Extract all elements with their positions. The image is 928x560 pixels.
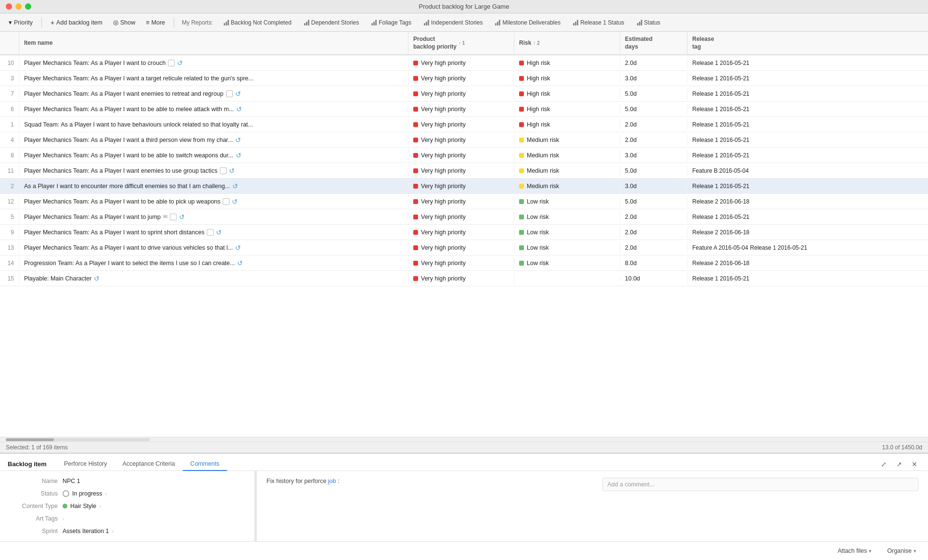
priority-cell: Very high priority xyxy=(408,257,514,269)
table-row[interactable]: 9Player Mechanics Team: As a Player I wa… xyxy=(0,225,928,240)
th-priority-label: Productbacklog priority xyxy=(413,36,457,51)
release-tag: Release 1 2016-05-21 xyxy=(692,106,750,113)
table-row[interactable]: 12Player Mechanics Team: As a Player I w… xyxy=(0,194,928,209)
checkbox-icon[interactable] xyxy=(226,90,233,97)
table-row[interactable]: 4Player Mechanics Team: As a Player I wa… xyxy=(0,132,928,148)
table-row[interactable]: 13Player Mechanics Team: As a Player I w… xyxy=(0,240,928,255)
table-row[interactable]: 10Player Mechanics Team: As a Player I w… xyxy=(0,55,928,71)
attach-files-button[interactable]: Attach files ▾ xyxy=(834,546,876,556)
more-button[interactable]: ≡ More xyxy=(142,18,169,27)
th-item-name[interactable]: Item name xyxy=(19,32,408,54)
item-name-cell[interactable]: Player Mechanics Team: As a Player I wan… xyxy=(19,73,408,84)
item-name-cell[interactable]: As a Player I want to encounter more dif… xyxy=(19,180,408,192)
item-name-cell[interactable]: Player Mechanics Team: As a Player I wan… xyxy=(19,195,408,208)
cycle-icon[interactable]: ↺ xyxy=(94,275,100,282)
organise-button[interactable]: Organise ▾ xyxy=(883,546,920,556)
risk-dot-icon xyxy=(519,76,524,81)
expand-panel-button[interactable]: ⤢ xyxy=(878,458,890,470)
checkbox-icon[interactable] xyxy=(207,229,214,236)
table-row[interactable]: 6Player Mechanics Team: As a Player I wa… xyxy=(0,102,928,117)
item-name-cell[interactable]: Player Mechanics Team: As a Player I wan… xyxy=(19,165,408,177)
estimated-days-cell: 5.0d xyxy=(620,103,687,115)
cycle-icon[interactable]: ↺ xyxy=(237,259,243,267)
estimated-days-cell: 8.0d xyxy=(620,257,687,269)
add-backlog-button[interactable]: + Add backlog item xyxy=(47,17,106,28)
cycle-icon[interactable]: ↺ xyxy=(236,105,242,113)
table-row[interactable]: 3Player Mechanics Team: As a Player I wa… xyxy=(0,71,928,86)
add-comment-field[interactable]: Add a comment... xyxy=(602,478,919,491)
priority-dropdown[interactable]: ▾ Priority xyxy=(5,17,37,27)
close-panel-button[interactable]: ✕ xyxy=(909,458,920,470)
risk-cell: Medium risk xyxy=(514,134,620,146)
scrollbar-thumb[interactable] xyxy=(6,438,54,441)
report-milestone-deliverables[interactable]: Milestone Deliverables xyxy=(490,18,565,27)
item-name-cell[interactable]: Squad Team: As a Player I want to have b… xyxy=(19,119,408,130)
tab-comments[interactable]: Comments xyxy=(183,458,227,471)
history-job-link[interactable]: job xyxy=(328,478,336,484)
report-foliage-tags[interactable]: Foliage Tags xyxy=(367,18,416,27)
horizontal-scrollbar[interactable] xyxy=(0,437,928,442)
item-name-cell[interactable]: Progression Team: As a Player I want to … xyxy=(19,257,408,269)
cycle-icon[interactable]: ↺ xyxy=(179,213,185,221)
show-button[interactable]: ◎ Show xyxy=(109,17,139,27)
table-row[interactable]: 11Player Mechanics Team: As a Player I w… xyxy=(0,163,928,178)
cycle-icon[interactable]: ↺ xyxy=(177,59,183,67)
priority-value: Very high priority xyxy=(421,214,466,220)
cycle-icon[interactable]: ↺ xyxy=(236,152,242,159)
detail-art-tags-value[interactable]: › xyxy=(63,516,64,522)
cycle-icon[interactable]: ↺ xyxy=(229,167,235,175)
detail-sprint-value[interactable]: Assets Iteration 1 › xyxy=(63,528,114,535)
table-row[interactable]: 1Squad Team: As a Player I want to have … xyxy=(0,117,928,132)
report-independent-stories[interactable]: Independent Stories xyxy=(419,18,487,27)
report-dependent-stories[interactable]: Dependent Stories xyxy=(299,18,364,27)
detail-content-type-value[interactable]: Hair Style › xyxy=(63,503,101,509)
report-backlog-not-completed[interactable]: Backlog Not Completed xyxy=(219,18,296,27)
detail-status-value[interactable]: In progress › xyxy=(63,490,107,497)
cycle-icon[interactable]: ↺ xyxy=(216,229,222,236)
row-number: 13 xyxy=(0,242,19,254)
table-row[interactable]: 2As a Player I want to encounter more di… xyxy=(0,178,928,194)
item-name-cell[interactable]: Player Mechanics Team: As a Player I wan… xyxy=(19,226,408,239)
item-name-cell[interactable]: Player Mechanics Team: As a Player I wan… xyxy=(19,242,408,254)
report-status[interactable]: Status xyxy=(632,18,665,27)
item-name-cell[interactable]: Player Mechanics Team: As a Player I wan… xyxy=(19,149,408,162)
tab-perforce-history[interactable]: Perforce History xyxy=(56,458,115,471)
item-name-cell[interactable]: Player Mechanics Team: As a Player I wan… xyxy=(19,88,408,100)
priority-dot-icon xyxy=(413,230,418,235)
cycle-icon[interactable]: ↺ xyxy=(232,182,238,190)
table-row[interactable]: 7Player Mechanics Team: As a Player I wa… xyxy=(0,86,928,102)
checkbox-icon[interactable] xyxy=(223,198,229,205)
tab-acceptance-criteria[interactable]: Acceptance Criteria xyxy=(115,458,183,471)
th-risk-label: Risk xyxy=(519,39,531,47)
cycle-icon[interactable]: ↺ xyxy=(235,90,241,98)
item-name-cell[interactable]: Player Mechanics Team: As a Player I wan… xyxy=(19,211,408,223)
fullscreen-button[interactable] xyxy=(25,3,31,10)
table-row[interactable]: 5Player Mechanics Team: As a Player I wa… xyxy=(0,209,928,225)
priority-value: Very high priority xyxy=(421,260,466,267)
scrollbar-track[interactable] xyxy=(6,438,150,441)
table-row[interactable]: 8Player Mechanics Team: As a Player I wa… xyxy=(0,148,928,163)
cycle-icon[interactable]: ↺ xyxy=(235,244,241,252)
external-link-button[interactable]: ↗ xyxy=(893,458,905,470)
risk-value: Low risk xyxy=(527,244,549,251)
cycle-icon[interactable]: ↺ xyxy=(235,136,241,144)
checkbox-icon[interactable] xyxy=(220,167,227,174)
table-row[interactable]: 14Progression Team: As a Player I want t… xyxy=(0,255,928,271)
checkbox-icon[interactable] xyxy=(168,60,175,66)
th-release-tag[interactable]: Releasetag xyxy=(687,32,928,54)
th-priority[interactable]: Productbacklog priority ↑ 1 xyxy=(408,32,514,54)
item-name-cell[interactable]: Player Mechanics Team: As a Player I wan… xyxy=(19,103,408,115)
item-name-cell[interactable]: Player Mechanics Team: As a Player I wan… xyxy=(19,57,408,69)
table-row[interactable]: 15Playable: Main Character↺Very high pri… xyxy=(0,271,928,286)
th-estimated-days[interactable]: Estimateddays xyxy=(620,32,687,54)
report-release-1-status[interactable]: Release 1 Status xyxy=(568,18,629,27)
close-button[interactable] xyxy=(6,3,12,10)
detail-name-label: Name xyxy=(10,478,58,484)
minimize-button[interactable] xyxy=(15,3,22,10)
risk-value: Low risk xyxy=(527,198,549,205)
th-risk[interactable]: Risk ↑ 2 xyxy=(514,32,620,54)
item-name-cell[interactable]: Playable: Main Character↺ xyxy=(19,272,408,285)
item-name-cell[interactable]: Player Mechanics Team: As a Player I wan… xyxy=(19,134,408,146)
checkbox-icon[interactable] xyxy=(170,214,177,220)
cycle-icon[interactable]: ↺ xyxy=(232,198,238,205)
